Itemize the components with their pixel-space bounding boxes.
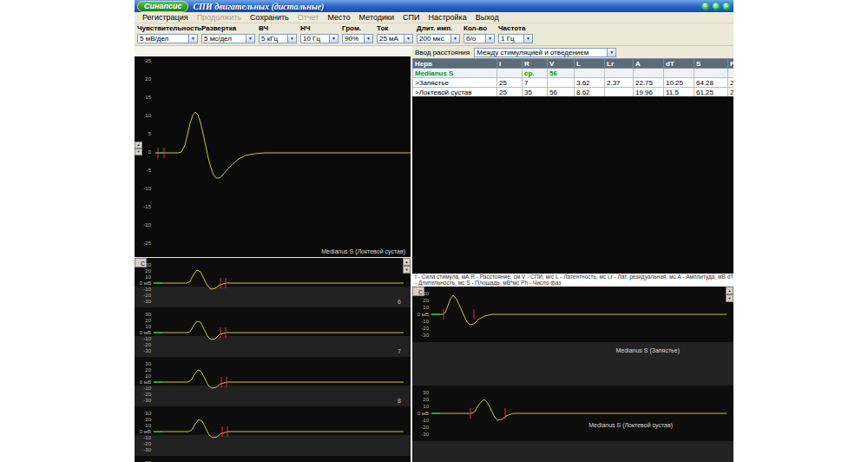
- table-cell[interactable]: 2: [728, 88, 734, 97]
- table-cell[interactable]: 7: [523, 78, 548, 88]
- menu-item-5[interactable]: Методики: [355, 13, 398, 23]
- main-chart[interactable]: 2520151050-5-10-15-20-25 ▲ ▼ Medianus S …: [135, 56, 411, 257]
- chevron-down-icon[interactable]: ▼: [450, 35, 459, 43]
- sensitivity-spinner: ▲ ▼: [135, 142, 142, 155]
- waveform-plot[interactable]: [431, 287, 727, 386]
- waveform-plot[interactable]: [154, 456, 404, 462]
- lf-filter-select[interactable]: 10 Гц▼: [300, 34, 339, 43]
- left-channel-list: 3020100 мВ-10-20-3063020100 мВ-10-20-307…: [135, 258, 411, 462]
- clear-button-right[interactable]: C: [412, 287, 424, 296]
- waveform-trace: [154, 270, 404, 289]
- table-cell[interactable]: [575, 69, 605, 78]
- table-cell[interactable]: 22.75: [634, 78, 664, 88]
- left-panel-scrollbar: ▲ ▼: [403, 258, 411, 274]
- waveform-channel[interactable]: 3020100 мВ-10-20-30Medianus S (Запястье): [412, 287, 733, 386]
- table-cell[interactable]: >Локтевой сустав: [413, 88, 497, 97]
- chevron-down-icon[interactable]: ▼: [246, 35, 254, 43]
- waveform-plot[interactable]: [154, 406, 404, 456]
- main-chart-plot[interactable]: [155, 56, 411, 257]
- table-cell[interactable]: 25: [497, 88, 523, 97]
- sensitivity-select[interactable]: 5 мВ/дел▼: [137, 34, 198, 43]
- chevron-down-icon[interactable]: ▼: [404, 35, 412, 43]
- chevron-down-icon[interactable]: ▼: [329, 35, 338, 43]
- chevron-down-icon[interactable]: ▼: [287, 35, 296, 43]
- waveform-channel[interactable]: 3020100 мВ-10-20-30: [135, 456, 411, 462]
- table-cell[interactable]: [605, 88, 634, 97]
- table-cell[interactable]: >Запястье: [413, 78, 497, 88]
- menu-item-8[interactable]: Выход: [471, 13, 503, 23]
- table-cell[interactable]: 3.62: [575, 78, 605, 88]
- scroll-down-icon[interactable]: ▼: [403, 266, 411, 274]
- minimize-button[interactable]: –: [701, 2, 710, 10]
- table-cell[interactable]: 64.28: [694, 78, 728, 88]
- table-cell[interactable]: [694, 69, 728, 78]
- scroll-up-icon[interactable]: ▲: [403, 258, 411, 266]
- table-cell[interactable]: [634, 69, 664, 78]
- menu-item-7[interactable]: Настройка: [424, 13, 470, 23]
- table-cell[interactable]: [548, 78, 575, 88]
- sweep-select[interactable]: 5 мс/дел▼: [201, 34, 255, 43]
- distance-mode-select[interactable]: Между стимуляцией и отведением ▼: [474, 48, 616, 57]
- table-cell[interactable]: [605, 69, 634, 78]
- table-cell[interactable]: 2: [728, 78, 734, 88]
- waveform-channel[interactable]: 3020100 мВ-10-20-30: [135, 406, 411, 456]
- right-column: Ввод расстояния Между стимуляцией и отве…: [412, 46, 733, 462]
- waveform-channel[interactable]: 3020100 мВ-10-20-308: [135, 357, 411, 406]
- titlebar[interactable]: Синапсис СПИ двигательных (дистальные) –…: [135, 0, 733, 12]
- table-cell[interactable]: [497, 69, 523, 78]
- window-controls: –□×: [701, 2, 731, 10]
- waveform-plot[interactable]: [154, 357, 404, 406]
- waveform-plot[interactable]: [154, 307, 404, 357]
- chevron-down-icon[interactable]: ▼: [523, 35, 532, 43]
- count-select[interactable]: б/о▼: [464, 34, 495, 43]
- table-cell[interactable]: 2.37: [605, 78, 634, 88]
- table-header-cell: A: [634, 59, 664, 69]
- spinner-down-button[interactable]: ▼: [135, 148, 142, 155]
- waveform-plot[interactable]: [154, 258, 404, 307]
- scroll-up-icon[interactable]: ▲: [726, 287, 733, 294]
- maximize-button[interactable]: □: [712, 2, 720, 10]
- menu-item-0[interactable]: Регистрация: [138, 13, 193, 23]
- clear-button-left[interactable]: C: [135, 258, 147, 267]
- volume-select[interactable]: 90%▼: [342, 34, 373, 43]
- table-cell[interactable]: 61.25: [694, 88, 728, 97]
- waveform-channel[interactable]: 3020100 мВ-10-20-30Medianus S (Локтевой …: [412, 386, 733, 462]
- hf-filter-select[interactable]: 5 кГц▼: [259, 34, 297, 43]
- table-cell[interactable]: ср.: [523, 69, 548, 78]
- menu-item-6[interactable]: СПИ: [398, 13, 424, 23]
- table-cell[interactable]: 19.96: [634, 88, 664, 97]
- table-cell[interactable]: [728, 69, 734, 78]
- close-button[interactable]: ×: [722, 2, 731, 10]
- pulse-duration-select[interactable]: 200 мкс▼: [417, 34, 460, 43]
- axis-label: 0 мВ: [135, 429, 151, 435]
- table-cell[interactable]: 10.25: [664, 78, 694, 88]
- chevron-down-icon[interactable]: ▼: [364, 35, 372, 43]
- frequency-select[interactable]: 1 Гц▼: [498, 34, 533, 43]
- toolbar: Чувствительность5 мВ/дел▼Развертка5 мс/д…: [135, 23, 733, 46]
- spinner-up-button[interactable]: ▲: [135, 142, 142, 148]
- waveform-channel[interactable]: 3020100 мВ-10-20-306: [135, 258, 411, 307]
- toolbar-label-sweep: Развертка: [201, 24, 255, 33]
- chevron-down-icon[interactable]: ▼: [485, 35, 494, 43]
- table-cell[interactable]: 56: [548, 69, 575, 78]
- table-cell[interactable]: 35: [523, 88, 548, 97]
- chevron-down-icon[interactable]: ▼: [607, 49, 615, 56]
- table-cell[interactable]: 11.5: [664, 88, 694, 97]
- table-cell[interactable]: [664, 69, 694, 78]
- axis-label: -20: [412, 326, 429, 332]
- right-channel-list: 3020100 мВ-10-20-30Medianus S (Запястье)…: [412, 287, 733, 462]
- chevron-down-icon[interactable]: ▼: [188, 35, 197, 43]
- scroll-down-icon[interactable]: ▼: [726, 294, 733, 302]
- waveform-channel[interactable]: 3020100 мВ-10-20-307: [135, 307, 411, 357]
- menu-item-4[interactable]: Место: [323, 13, 354, 23]
- table-cell[interactable]: 56: [548, 88, 575, 97]
- current-select[interactable]: 25 мА▼: [377, 34, 413, 43]
- menu-item-2[interactable]: Сохранить: [246, 13, 293, 23]
- axis-label: -10: [135, 435, 151, 441]
- waveform-plot[interactable]: [431, 386, 727, 462]
- left-column: 2520151050-5-10-15-20-25 ▲ ▼ Medianus S …: [135, 46, 411, 462]
- table-cell[interactable]: 25: [497, 78, 523, 88]
- table-cell[interactable]: 8.62: [575, 88, 605, 97]
- current-value: 25 мА: [378, 35, 404, 43]
- table-cell[interactable]: Medianus S: [413, 69, 497, 78]
